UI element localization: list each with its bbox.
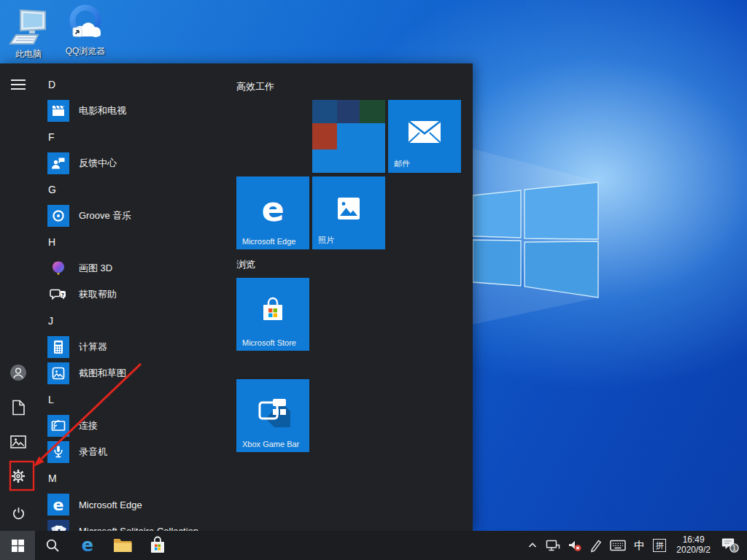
svg-text:e: e bbox=[261, 190, 284, 229]
tile-label: 邮件 bbox=[394, 158, 410, 169]
app-item-calculator[interactable]: 计算器 bbox=[47, 334, 233, 360]
app-item-get-help[interactable]: ? 获取帮助 bbox=[47, 281, 233, 308]
clock[interactable]: 16:49 2020/9/2 bbox=[670, 535, 717, 556]
tile-microsoft-store[interactable]: Microsoft Store bbox=[236, 278, 309, 351]
desktop-icon-label: QQ浏览器 bbox=[57, 45, 114, 58]
app-item-label: 连接 bbox=[79, 419, 98, 432]
file-explorer-button[interactable] bbox=[105, 531, 140, 560]
settings-button[interactable] bbox=[2, 460, 34, 492]
app-section-letter-l[interactable]: L bbox=[47, 386, 233, 413]
power-icon bbox=[11, 506, 26, 521]
section-letter: G bbox=[48, 184, 56, 195]
network-button[interactable] bbox=[542, 531, 564, 560]
document-icon bbox=[12, 400, 26, 416]
app-item-label: 录音机 bbox=[79, 446, 107, 459]
connect-icon bbox=[47, 415, 69, 437]
section-letter: H bbox=[48, 236, 55, 248]
start-menu-expand-button[interactable] bbox=[2, 69, 34, 101]
app-item-snip-sketch[interactable]: 截图和草图 bbox=[47, 360, 233, 386]
app-item-microsoft-edge[interactable]: e Microsoft Edge bbox=[47, 491, 233, 518]
app-item-label: 电影和电视 bbox=[79, 104, 126, 117]
app-item-label: Microsoft Edge bbox=[79, 499, 142, 510]
calculator-icon bbox=[47, 336, 69, 358]
app-item-feedback-hub[interactable]: 反馈中心 bbox=[47, 150, 233, 176]
live-tile-block bbox=[312, 123, 337, 149]
tile-group-title[interactable]: 高效工作 bbox=[236, 80, 274, 93]
app-item-label: Groove 音乐 bbox=[79, 209, 131, 222]
desktop-icon-this-pc[interactable]: 此电脑 bbox=[0, 6, 57, 61]
taskbar: e bbox=[0, 531, 747, 560]
tile-label: Microsoft Store bbox=[242, 338, 296, 347]
app-list: D 电影和电视 F 反馈中心 bbox=[47, 71, 233, 544]
feedback-hub-icon bbox=[47, 152, 69, 174]
tile-microsoft-edge[interactable]: e Microsoft Edge bbox=[236, 176, 309, 249]
live-tile-block bbox=[337, 100, 360, 123]
tile-group-title[interactable]: 浏览 bbox=[236, 258, 255, 271]
svg-text:?: ? bbox=[61, 292, 64, 298]
action-center-button[interactable]: 1 bbox=[717, 531, 747, 560]
keyboard-icon bbox=[610, 540, 626, 552]
app-item-voice-recorder[interactable]: 录音机 bbox=[47, 439, 233, 465]
desktop-icon-qq-browser[interactable]: QQ浏览器 bbox=[57, 3, 114, 58]
app-section-letter-m[interactable]: M bbox=[47, 465, 233, 491]
groove-music-icon bbox=[47, 205, 69, 227]
tile-xbox-game-bar[interactable]: Xbox Game Bar bbox=[236, 379, 309, 452]
section-letter: L bbox=[48, 394, 54, 405]
tile-label: Xbox Game Bar bbox=[242, 440, 299, 448]
tile-photos[interactable]: 照片 bbox=[312, 176, 385, 249]
app-section-letter-d[interactable]: D bbox=[47, 71, 233, 98]
tile-mail[interactable]: 邮件 bbox=[388, 100, 461, 173]
app-item-groove-music[interactable]: Groove 音乐 bbox=[47, 203, 233, 229]
user-avatar-icon bbox=[9, 364, 27, 381]
taskbar-store-button[interactable] bbox=[140, 531, 175, 560]
app-item-movies-tv[interactable]: 电影和电视 bbox=[47, 98, 233, 124]
windows-logo-icon bbox=[12, 540, 24, 552]
app-section-letter-g[interactable]: G bbox=[47, 176, 233, 203]
ime-language-indicator[interactable]: 中 bbox=[630, 539, 649, 553]
xbox-game-bar-icon bbox=[255, 395, 290, 427]
ime-mode-indicator[interactable]: 拼 bbox=[653, 539, 666, 552]
get-help-icon: ? bbox=[47, 284, 69, 306]
search-button[interactable] bbox=[35, 531, 70, 560]
system-tray: 中 拼 16:49 2020/9/2 1 bbox=[523, 531, 747, 560]
search-icon bbox=[44, 537, 61, 553]
store-icon bbox=[256, 293, 290, 327]
app-section-letter-j[interactable]: J bbox=[47, 308, 233, 334]
app-item-connect[interactable]: 连接 bbox=[47, 413, 233, 439]
documents-button[interactable] bbox=[2, 392, 34, 424]
start-button[interactable] bbox=[0, 531, 35, 560]
tile-label: Microsoft Edge bbox=[242, 237, 295, 246]
photos-icon bbox=[333, 192, 365, 225]
touch-keyboard-button[interactable] bbox=[606, 531, 630, 560]
user-account-button[interactable] bbox=[2, 357, 34, 389]
edge-icon: e bbox=[251, 187, 295, 231]
volume-muted-icon bbox=[568, 539, 582, 553]
app-item-paint-3d[interactable]: 画图 3D bbox=[47, 255, 233, 281]
mail-icon bbox=[406, 117, 444, 147]
notification-icon: 1 bbox=[721, 537, 740, 554]
tray-expand-button[interactable] bbox=[523, 531, 542, 560]
app-item-label: 获取帮助 bbox=[79, 288, 117, 301]
desktop-icon-label: 此电脑 bbox=[0, 48, 57, 61]
svg-text:e: e bbox=[53, 496, 64, 514]
live-tile-block bbox=[360, 100, 385, 123]
taskbar-edge-button[interactable]: e bbox=[70, 531, 105, 560]
qq-browser-icon bbox=[57, 3, 114, 44]
app-section-letter-f[interactable]: F bbox=[47, 124, 233, 150]
paint-3d-icon bbox=[47, 257, 69, 279]
start-menu: D 电影和电视 F 反馈中心 bbox=[0, 63, 473, 531]
live-tile-colored[interactable] bbox=[312, 100, 385, 173]
volume-button[interactable] bbox=[564, 531, 586, 560]
pictures-button[interactable] bbox=[2, 426, 34, 458]
app-section-letter-h[interactable]: H bbox=[47, 229, 233, 255]
hamburger-icon bbox=[11, 79, 26, 90]
tile-label: 照片 bbox=[318, 235, 334, 246]
power-button[interactable] bbox=[2, 497, 34, 529]
store-icon bbox=[149, 536, 166, 555]
app-item-label: 反馈中心 bbox=[79, 157, 117, 170]
windows-ink-button[interactable] bbox=[586, 531, 606, 560]
section-letter: M bbox=[48, 472, 57, 484]
app-item-label: 计算器 bbox=[79, 341, 107, 354]
section-letter: J bbox=[48, 315, 53, 327]
app-item-label: 画图 3D bbox=[79, 262, 112, 275]
